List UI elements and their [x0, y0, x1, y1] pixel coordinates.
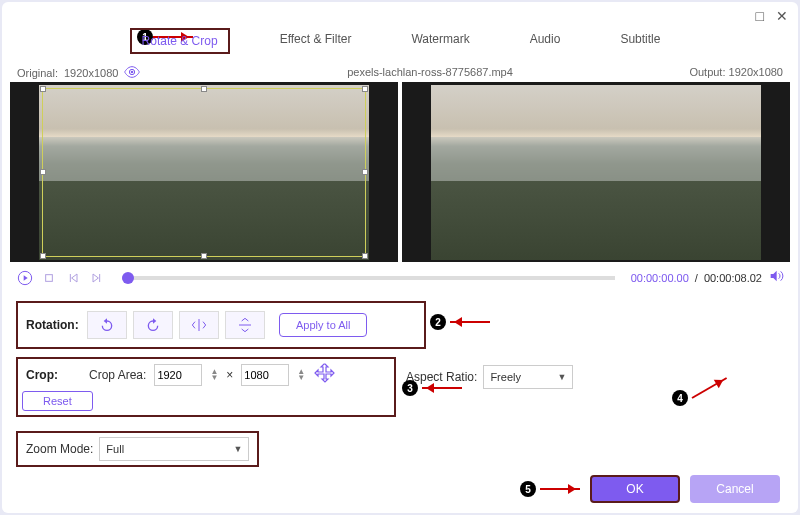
rotation-label: Rotation:: [26, 318, 81, 332]
time-sep: /: [695, 272, 698, 284]
play-button[interactable]: [16, 269, 34, 287]
crop-group: Crop: Crop Area: ▲▼ × ▲▼ Reset: [16, 357, 396, 417]
close-button[interactable]: ✕: [776, 8, 788, 24]
crop-handle[interactable]: [201, 253, 207, 259]
preview-eye-icon[interactable]: [124, 66, 140, 80]
crop-area-label: Crop Area:: [89, 368, 146, 382]
crop-height-input[interactable]: [241, 364, 289, 386]
apply-to-all-button[interactable]: Apply to All: [279, 313, 367, 337]
crop-handle[interactable]: [362, 86, 368, 92]
crop-handle[interactable]: [40, 86, 46, 92]
filename: pexels-lachlan-ross-8775687.mp4: [227, 66, 633, 80]
preview-output: [402, 82, 790, 262]
zoom-mode-value: Full: [106, 443, 124, 455]
next-frame-button[interactable]: [88, 269, 106, 287]
svg-point-0: [131, 71, 134, 74]
prev-frame-button[interactable]: [64, 269, 82, 287]
crop-label: Crop:: [26, 368, 81, 382]
timeline[interactable]: [122, 276, 615, 280]
crop-handle[interactable]: [40, 253, 46, 259]
svg-rect-2: [46, 274, 53, 281]
times-symbol: ×: [226, 368, 233, 382]
zoom-mode-select[interactable]: Full ▼: [99, 437, 249, 461]
duration: 00:00:08.02: [704, 272, 762, 284]
current-time: 00:00:00.00: [631, 272, 689, 284]
rotate-left-button[interactable]: [87, 311, 127, 339]
crop-handle[interactable]: [362, 253, 368, 259]
aspect-ratio-label: Aspect Ratio:: [406, 370, 477, 384]
tab-watermark[interactable]: Watermark: [401, 28, 479, 54]
volume-icon[interactable]: [768, 268, 784, 287]
reset-button[interactable]: Reset: [22, 391, 93, 411]
timeline-playhead[interactable]: [122, 272, 134, 284]
chevron-down-icon: ▼: [557, 372, 566, 382]
rotate-right-button[interactable]: [133, 311, 173, 339]
crop-rectangle[interactable]: [42, 88, 366, 257]
chevron-down-icon: ▼: [233, 444, 242, 454]
aspect-ratio-select[interactable]: Freely ▼: [483, 365, 573, 389]
annotation-arrow-2: [450, 321, 490, 323]
crop-handle[interactable]: [362, 169, 368, 175]
crop-handle[interactable]: [40, 169, 46, 175]
zoom-mode-label: Zoom Mode:: [26, 442, 93, 456]
annotation-badge-5: 5: [520, 481, 536, 497]
move-crop-icon[interactable]: [313, 362, 337, 389]
tabs: Rotate & Crop Effect & Filter Watermark …: [2, 24, 798, 64]
annotation-badge-2: 2: [430, 314, 446, 330]
tab-subtitle[interactable]: Subtitle: [610, 28, 670, 54]
annotation-arrow-5: [540, 488, 580, 490]
tab-rotate-crop[interactable]: Rotate & Crop: [130, 28, 230, 54]
minimize-button[interactable]: □: [756, 8, 764, 24]
crop-handle[interactable]: [201, 86, 207, 92]
tab-effect-filter[interactable]: Effect & Filter: [270, 28, 362, 54]
flip-horizontal-button[interactable]: [179, 311, 219, 339]
output-label: Output:: [689, 66, 725, 78]
tab-audio[interactable]: Audio: [520, 28, 571, 54]
preview-original[interactable]: [10, 82, 398, 262]
crop-width-input[interactable]: [154, 364, 202, 386]
ok-button[interactable]: OK: [590, 475, 680, 503]
stop-button[interactable]: [40, 269, 58, 287]
cancel-button[interactable]: Cancel: [690, 475, 780, 503]
original-value: 1920x1080: [64, 67, 118, 79]
original-label: Original:: [17, 67, 58, 79]
aspect-ratio-value: Freely: [490, 371, 521, 383]
flip-vertical-button[interactable]: [225, 311, 265, 339]
width-down[interactable]: ▼: [210, 375, 218, 381]
height-down[interactable]: ▼: [297, 375, 305, 381]
output-value: 1920x1080: [729, 66, 783, 78]
